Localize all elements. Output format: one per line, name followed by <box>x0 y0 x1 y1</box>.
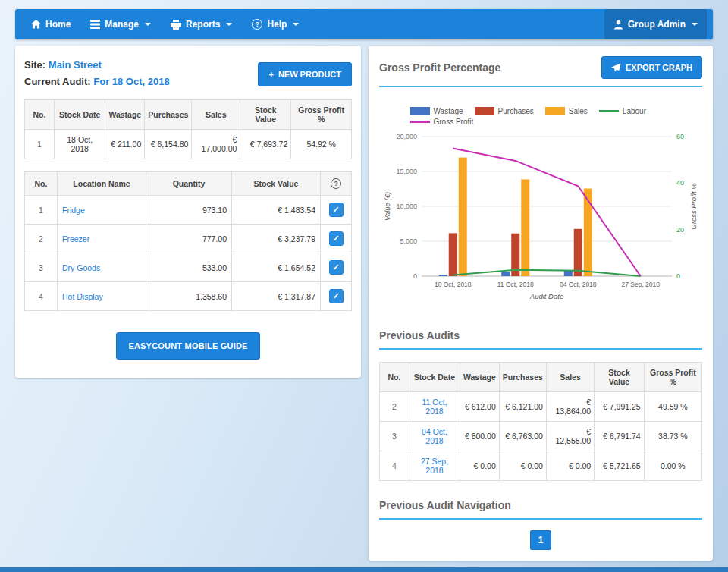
previous-audit-navigation-title: Previous Audit Navigation <box>379 499 702 511</box>
gross-profit-panel: Gross Profit Percentage EXPORT GRAPH Was… <box>369 46 713 561</box>
location-checkbox[interactable]: ✓ <box>329 260 344 275</box>
location-link[interactable]: Hot Display <box>58 282 146 311</box>
svg-text:11 Oct, 2018: 11 Oct, 2018 <box>497 281 534 288</box>
col-sales: Sales <box>546 363 594 392</box>
legend-label: Sales <box>569 107 588 115</box>
cell-no: 1 <box>25 196 58 225</box>
cell-stock-date: 18 Oct, 2018 <box>55 130 105 159</box>
col-sales[interactable]: Sales <box>192 100 240 130</box>
legend-swatch <box>599 110 619 112</box>
svg-text:20: 20 <box>676 226 684 234</box>
col-gross-profit: Gross Profit % <box>291 100 352 130</box>
cell-gross-profit: 0.00 % <box>644 451 701 481</box>
cell-gross-profit: 49.59 % <box>644 392 701 422</box>
legend-item-purchases[interactable]: Purchases <box>475 107 534 115</box>
cell-sales: € 12,555.00 <box>546 422 594 451</box>
legend-item-wastage[interactable]: Wastage <box>410 107 463 115</box>
caret-down-icon <box>145 23 151 26</box>
current-audit-value: For 18 Oct, 2018 <box>93 76 169 87</box>
current-audit-label: Current Audit: <box>24 76 91 87</box>
svg-text:20,000: 20,000 <box>396 133 417 140</box>
cell-no: 4 <box>380 451 410 481</box>
location-link[interactable]: Dry Goods <box>58 253 146 282</box>
previous-audit-row: 4 27 Sep, 2018 € 0.00 € 0.00 € 0.00 € 5,… <box>380 451 702 481</box>
svg-text:0: 0 <box>676 272 680 280</box>
chart-section-title: Gross Profit Percentage <box>379 61 500 74</box>
svg-text:15,000: 15,000 <box>396 168 417 175</box>
legend-item-sales[interactable]: Sales <box>545 107 588 115</box>
cell-purchases: € 0.00 <box>499 451 546 481</box>
cell-purchases: € 6,763.00 <box>499 422 546 451</box>
location-checkbox[interactable]: ✓ <box>329 289 344 303</box>
nav-home-label: Home <box>46 19 71 30</box>
user-menu[interactable]: Group Admin <box>604 9 707 39</box>
location-row: 3 Dry Goods 533.00 € 1,654.52 ✓ <box>25 253 352 282</box>
legend-item-labour[interactable]: Labour <box>599 107 646 115</box>
page-button-1[interactable]: 1 <box>530 530 551 550</box>
svg-text:04 Oct, 2018: 04 Oct, 2018 <box>560 281 597 288</box>
svg-text:18 Oct, 2018: 18 Oct, 2018 <box>435 281 472 288</box>
export-graph-button[interactable]: EXPORT GRAPH <box>601 56 702 79</box>
legend-item-gross-profit[interactable]: Gross Profit <box>410 118 474 126</box>
cell-quantity: 973.10 <box>146 196 232 225</box>
table-header-row: No. Stock Date Wastage Purchases Sales S… <box>25 100 352 130</box>
home-icon <box>31 20 41 29</box>
audit-date-link[interactable]: 11 Oct, 2018 <box>410 392 460 422</box>
cell-sales: € 0.00 <box>546 451 594 481</box>
legend-swatch <box>410 107 430 115</box>
cell-stock-value: € 1,654.52 <box>232 253 321 282</box>
previous-audits-title: Previous Audits <box>379 329 702 341</box>
table-row: 1 18 Oct, 2018 € 211.00 € 6,154.80 € 17,… <box>25 130 352 159</box>
col-no: No. <box>25 172 58 196</box>
cell-quantity: 533.00 <box>146 253 232 282</box>
col-purchases[interactable]: Purchases <box>145 100 192 130</box>
cell-stock-value: € 3,237.79 <box>232 225 321 253</box>
cell-wastage: € 800.00 <box>460 422 499 451</box>
cell-no: 2 <box>380 392 410 422</box>
cell-stock-value: € 6,791.74 <box>595 422 645 451</box>
cell-stock-value: € 5,721.65 <box>595 451 645 481</box>
previous-audit-row: 3 04 Oct, 2018 € 800.00 € 6,763.00 € 12,… <box>380 422 702 451</box>
site-label: Site: <box>24 59 46 71</box>
location-row: 2 Freezer 777.00 € 3,237.79 ✓ <box>25 225 352 253</box>
svg-text:0: 0 <box>413 272 417 280</box>
location-link[interactable]: Fridge <box>58 196 146 225</box>
section-divider <box>379 518 702 520</box>
cell-wastage: € 612.00 <box>460 392 499 422</box>
svg-text:Gross Profit %: Gross Profit % <box>689 183 698 230</box>
nav-help-label: Help <box>267 19 287 30</box>
nav-help[interactable]: ? Help <box>242 9 309 39</box>
location-checkbox[interactable]: ✓ <box>329 231 344 246</box>
col-wastage[interactable]: Wastage <box>105 100 145 130</box>
cell-gross-profit: 54.92 % <box>291 130 352 159</box>
user-icon <box>613 20 623 30</box>
help-icon: ? <box>252 19 262 30</box>
col-no: No. <box>25 100 55 130</box>
col-help[interactable]: ? <box>321 172 352 196</box>
nav-reports[interactable]: Reports <box>161 9 242 39</box>
col-stock-value: Stock Value <box>240 100 291 130</box>
legend-swatch <box>545 107 565 115</box>
locations-table: No. Location Name Quantity Stock Value ?… <box>24 171 352 311</box>
location-checkbox[interactable]: ✓ <box>329 203 344 217</box>
svg-text:40: 40 <box>676 179 684 187</box>
audit-date-link[interactable]: 27 Sep, 2018 <box>410 451 460 481</box>
legend-swatch <box>475 107 494 115</box>
audit-date-link[interactable]: 04 Oct, 2018 <box>410 422 460 451</box>
col-wastage: Wastage <box>460 363 499 392</box>
location-link[interactable]: Freezer <box>58 225 146 253</box>
nav-manage[interactable]: Manage <box>80 9 161 39</box>
nav-home[interactable]: Home <box>21 9 80 39</box>
new-product-button[interactable]: + NEW PRODUCT <box>258 62 352 86</box>
cell-no: 2 <box>25 225 58 253</box>
cell-quantity: 777.00 <box>146 225 232 253</box>
site-value: Main Street <box>49 59 102 71</box>
cell-no: 1 <box>25 130 55 159</box>
svg-text:5,000: 5,000 <box>400 237 417 245</box>
caret-down-icon <box>226 23 232 26</box>
svg-text:Audit Date: Audit Date <box>529 292 563 300</box>
table-header-row: No. Location Name Quantity Stock Value ? <box>25 172 352 196</box>
easycount-mobile-guide-button[interactable]: EASYCOUNT MOBILE GUIDE <box>116 332 259 360</box>
col-location-name: Location Name <box>58 172 146 196</box>
current-audit-table: No. Stock Date Wastage Purchases Sales S… <box>24 99 352 159</box>
